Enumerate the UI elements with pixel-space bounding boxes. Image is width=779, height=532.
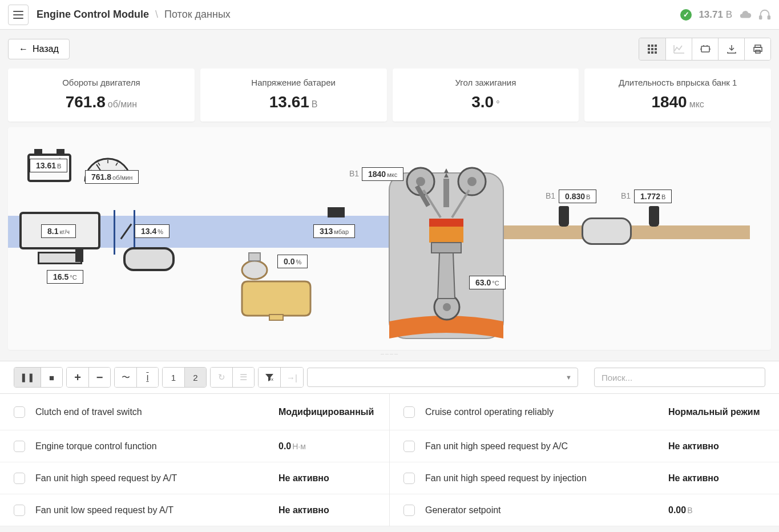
support-headset-icon[interactable]	[758, 9, 771, 21]
svg-rect-13	[754, 47, 762, 51]
svg-rect-7	[655, 48, 657, 50]
breadcrumb-page: Поток данных	[164, 9, 231, 20]
row-checkbox[interactable]	[14, 406, 25, 418]
text-format-button[interactable]: I	[136, 368, 158, 387]
breadcrumb-separator: \	[155, 9, 158, 20]
cloud-upload-icon[interactable]	[739, 9, 752, 21]
row-label: Fan unit high speed request by A/C	[425, 441, 668, 452]
menu-button[interactable]	[8, 5, 29, 25]
back-button-label: Назад	[33, 44, 59, 54]
table-row: Clutch end of travel switch Модифицирова…	[0, 394, 389, 430]
row-checkbox[interactable]	[403, 406, 415, 418]
engine-icon	[700, 45, 711, 54]
breadcrumb: Engine Control Module \ Поток данных	[37, 9, 231, 21]
engine-diagram: −+ 13.61В 761.8об/мин 8.1кг/ч 16.5°C 13.…	[8, 127, 771, 350]
label-throttle: 13.4%	[135, 224, 169, 238]
search-input[interactable]	[594, 368, 765, 387]
metric-value: 3.0	[471, 93, 494, 111]
row-label: Cruise control operating reliably	[425, 407, 668, 417]
list-button[interactable]: ☰	[232, 368, 254, 387]
svg-point-38	[443, 303, 451, 311]
export-button[interactable]	[718, 38, 744, 60]
wave-button[interactable]: 〜	[115, 368, 136, 387]
row-value: Не активно	[668, 441, 765, 452]
add-button[interactable]: +	[67, 368, 88, 387]
metric-value: 13.61	[269, 93, 309, 111]
svg-text:x: x	[271, 377, 273, 382]
breadcrumb-module: Engine Control Module	[37, 9, 149, 20]
filter-button[interactable]: x	[259, 368, 280, 387]
o2-sensor-2-icon	[649, 206, 659, 227]
row-value: Модифицированный	[278, 407, 376, 417]
label-map: 313мбар	[313, 224, 355, 238]
resize-handle[interactable]: ┄┄┄┄	[0, 350, 779, 358]
remove-button[interactable]: −	[88, 368, 110, 387]
svg-rect-0	[760, 15, 762, 19]
view-graph-button[interactable]	[665, 38, 692, 60]
view-mode-buttons	[639, 38, 771, 61]
row-checkbox[interactable]	[403, 473, 415, 484]
data-table: Clutch end of travel switch Модифицирова…	[0, 394, 779, 526]
view-grid-button[interactable]	[639, 38, 665, 60]
page-1-button[interactable]: 1	[163, 368, 184, 387]
metric-ignition[interactable]: Угол зажигания 3.0°	[393, 68, 579, 122]
status-ok-icon: ✓	[680, 9, 692, 21]
chevron-down-icon: ▼	[566, 374, 572, 381]
metric-value: 1840	[651, 93, 687, 111]
parameter-dropdown[interactable]: ▼	[307, 368, 578, 387]
row-value: Нормальный режим	[668, 407, 765, 417]
row-checkbox[interactable]	[14, 441, 25, 452]
page-2-button[interactable]: 2	[184, 368, 206, 387]
arrow-end-icon: →|	[286, 373, 297, 382]
grid-icon	[647, 44, 657, 54]
back-button[interactable]: ← Назад	[8, 39, 70, 59]
table-row: Generator setpoint 0.00В	[390, 494, 779, 526]
metric-value: 761.8	[66, 93, 106, 111]
pause-button[interactable]: ❚❚	[14, 368, 41, 387]
table-row: Cruise control operating reliably Нормал…	[390, 394, 779, 430]
metric-title: Угол зажигания	[404, 78, 568, 87]
svg-point-34	[416, 177, 425, 186]
row-checkbox[interactable]	[14, 505, 25, 516]
svg-rect-3	[651, 45, 653, 47]
metric-voltage[interactable]: Напряжение батареи 13.61В	[200, 68, 387, 122]
row-checkbox[interactable]	[403, 505, 415, 516]
o2-sensor-1-icon	[559, 206, 569, 227]
row-value: Не активно	[668, 473, 765, 483]
page-toolbar: ← Назад	[0, 30, 779, 68]
svg-rect-31	[269, 315, 283, 320]
svg-rect-10	[655, 51, 657, 54]
svg-rect-17	[56, 149, 64, 155]
refresh-button[interactable]: ↻	[211, 368, 232, 387]
svg-point-29	[242, 261, 267, 279]
label-maf: 8.1кг/ч	[41, 224, 76, 238]
label-coolant: 63.0°C	[469, 276, 506, 289]
row-label: Fan unit high speed request by injection	[425, 473, 668, 483]
view-diagram-button[interactable]	[692, 38, 718, 60]
idle-control-icon	[123, 247, 175, 271]
stop-button[interactable]: ■	[41, 368, 62, 387]
svg-rect-41	[431, 243, 461, 253]
metric-title: Напряжение батареи	[212, 78, 376, 87]
table-row: Fan unit high speed request by A/C Не ак…	[390, 430, 779, 462]
svg-rect-42	[443, 179, 449, 207]
row-label: Clutch end of travel switch	[35, 407, 278, 417]
iat-sensor-icon	[75, 247, 83, 262]
metric-rpm[interactable]: Обороты двигателя 761.8об/мин	[8, 68, 195, 122]
stop-icon: ■	[49, 373, 54, 382]
go-end-button[interactable]: →|	[280, 368, 303, 387]
plus-icon: +	[74, 371, 81, 384]
hamburger-icon	[13, 11, 23, 19]
svg-rect-30	[249, 253, 260, 261]
svg-rect-5	[648, 48, 650, 50]
text-icon: I	[146, 373, 148, 382]
header-voltage: 13.71 В	[699, 9, 732, 21]
metric-injection[interactable]: Длительность впрыска банк 1 1840мкс	[584, 68, 771, 122]
data-column-right: Cruise control operating reliably Нормал…	[389, 394, 779, 526]
top-right-status: ✓ 13.71 В	[680, 9, 771, 21]
metric-unit: В	[312, 99, 318, 109]
row-checkbox[interactable]	[14, 473, 25, 484]
row-label: Fan unit low speed request by A/T	[35, 505, 278, 515]
row-checkbox[interactable]	[403, 441, 415, 452]
print-button[interactable]	[744, 38, 770, 60]
